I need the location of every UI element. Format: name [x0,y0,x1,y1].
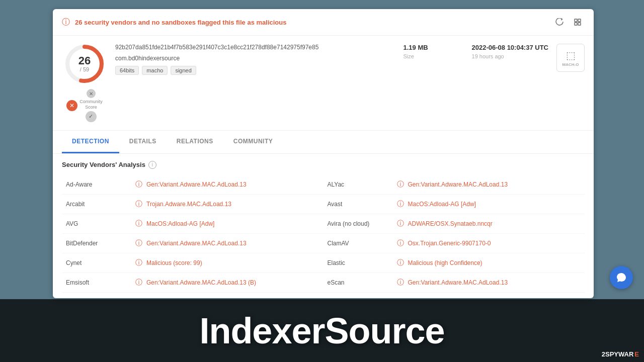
filetype-label: MACH-O [562,62,579,67]
score-number: 26 [78,55,91,66]
warn-icon: ⓘ [135,219,142,228]
page-title: IndexerSource [199,310,444,351]
table-row: ClamAV ⓘ Osx.Trojan.Generic-9907170-0 [324,234,585,253]
table-row: Arcabit ⓘ Trojan.Adware.MAC.AdLoad.13 [62,195,324,214]
table-row: Cynet ⓘ Malicious (score: 99) [62,253,324,273]
table-row: Emsisoft ⓘ Gen:Variant.Adware.MAC.AdLoad… [62,273,324,293]
spyware-text: 2SPYWAR [602,350,634,358]
det-result: Trojan.Adware.MAC.AdLoad.13 [146,201,231,208]
refresh-icon[interactable] [552,15,567,29]
top-bar-icons [552,15,585,29]
tab-relations[interactable]: RELATIONS [167,131,223,153]
vendor-name: Elastic [328,259,393,266]
spyware-suffix: E [634,350,639,358]
warn-icon: ⓘ [135,278,142,287]
tab-detection[interactable]: DETECTION [62,131,119,153]
det-result: Gen:Variant.Adware.MAC.AdLoad.13 [146,240,247,247]
table-row: Avast ⓘ MacOS:Adload-AG [Adw] [324,195,585,214]
file-size: 1.19 MB [404,44,464,51]
svg-rect-2 [575,23,577,25]
vendor-name: BitDefender [66,240,131,247]
main-card: ⓘ 26 security vendors and no sandboxes f… [53,9,594,298]
chat-button[interactable] [610,266,633,289]
meta-info: 1.19 MB Size [404,44,464,122]
date-info: 2022-06-08 10:04:37 UTC 19 hours ago [472,44,548,122]
tag-64bits: 64bits [115,66,139,75]
score-text: 26 / 59 [78,55,91,72]
svg-rect-1 [578,19,581,22]
warn-icon: ⓘ [397,239,404,248]
remove-vote-btn[interactable]: ✕ [87,89,96,98]
vendor-name: Avira (no cloud) [328,220,393,227]
community-score-label: CommunityScore [79,99,103,110]
vendor-name: Emsisoft [66,279,131,286]
score-circle: 26 / 59 [64,44,105,84]
vendor-name: ALYac [328,181,393,188]
det-result: Gen:Variant.Adware.MAC.AdLoad.13 [408,279,508,286]
warn-icon: ⓘ [397,258,404,267]
section-info-icon[interactable]: i [148,161,156,169]
det-result: MacOS:Adload-AG [Adw] [146,220,214,227]
svg-rect-3 [578,23,581,25]
vendor-name: Avast [328,201,393,208]
malicious-vote-btn[interactable]: ✕ [66,100,77,111]
table-row: eScan ⓘ Gen:Variant.Adware.MAC.AdLoad.13 [324,273,585,293]
det-result: ADWARE/OSX.Synataeb.nncqr [408,220,493,227]
file-hash: 92b207da851fde21b4f7b583e291f407c3c1e8cc… [115,44,395,51]
svg-rect-0 [575,19,577,22]
warn-icon: ⓘ [135,200,142,209]
det-result: Malicious (score: 99) [146,259,202,266]
file-name: com.bd0hindexersource [115,55,395,62]
section-title: Security Vendors' Analysis [62,161,145,168]
score-buttons: ✕ ✕ CommunityScore ✓ [66,89,103,122]
det-result: Malicious (high Confidence) [408,259,482,266]
file-size-label: Size [404,53,464,59]
vendor-name: Ad-Aware [66,181,131,188]
warn-icon: ⓘ [135,180,142,189]
tag-macho: macho [142,66,168,75]
section-header: Security Vendors' Analysis i [62,161,585,169]
content-area: 26 / 59 ✕ ✕ CommunityScore ✓ 92b207da851… [53,36,594,131]
warn-icon: ⓘ [397,200,404,209]
vendor-name: eScan [328,279,393,286]
detection-grid: Ad-Aware ⓘ Gen:Variant.Adware.MAC.AdLoad… [62,175,585,293]
file-tags: 64bits macho signed [115,66,395,75]
filetype-icon: ⬚ MACH-O [556,44,585,72]
score-section: 26 / 59 ✕ ✕ CommunityScore ✓ [62,44,107,122]
vendor-name: Cynet [66,259,131,266]
table-area: Security Vendors' Analysis i Ad-Aware ⓘ … [53,154,594,298]
top-bar: ⓘ 26 security vendors and no sandboxes f… [53,9,594,36]
vendor-name: Arcabit [66,201,131,208]
warn-icon: ⓘ [135,258,142,267]
det-result: Gen:Variant.Adware.MAC.AdLoad.13 [146,181,247,188]
filetype-symbol: ⬚ [566,49,576,61]
table-row: Elastic ⓘ Malicious (high Confidence) [324,253,585,273]
det-result: Gen:Variant.Adware.MAC.AdLoad.13 (B) [146,279,256,286]
warn-icon: ⓘ [397,180,404,189]
tabs: DETECTION DETAILS RELATIONS COMMUNITY [53,131,594,154]
clean-vote-btn[interactable]: ✓ [86,111,97,122]
score-denominator: / 59 [78,66,91,72]
table-row: AVG ⓘ MacOS:Adload-AG [Adw] [62,214,324,234]
alert-icon: ⓘ [62,17,70,28]
file-date-ago: 19 hours ago [472,53,548,59]
vendor-name: AVG [66,220,131,227]
alert-text: 26 security vendors and no sandboxes fla… [75,19,547,26]
table-row: ALYac ⓘ Gen:Variant.Adware.MAC.AdLoad.13 [324,175,585,195]
table-row: BitDefender ⓘ Gen:Variant.Adware.MAC.AdL… [62,234,324,253]
warn-icon: ⓘ [397,278,404,287]
tab-community[interactable]: COMMUNITY [223,131,283,153]
expand-icon[interactable] [571,15,585,29]
warn-icon: ⓘ [397,219,404,228]
det-result: MacOS:Adload-AG [Adw] [408,201,476,208]
table-row: Avira (no cloud) ⓘ ADWARE/OSX.Synataeb.n… [324,214,585,234]
det-result: Gen:Variant.Adware.MAC.AdLoad.13 [408,181,508,188]
det-result: Osx.Trojan.Generic-9907170-0 [408,240,491,247]
tab-details[interactable]: DETAILS [119,131,167,153]
file-date: 2022-06-08 10:04:37 UTC [472,44,548,51]
spyware-badge: 2SPYWARE [602,350,639,358]
bottom-overlay: IndexerSource 2SPYWARE [0,299,644,362]
tag-signed: signed [171,66,196,75]
table-row: Ad-Aware ⓘ Gen:Variant.Adware.MAC.AdLoad… [62,175,324,195]
vendor-name: ClamAV [328,240,393,247]
